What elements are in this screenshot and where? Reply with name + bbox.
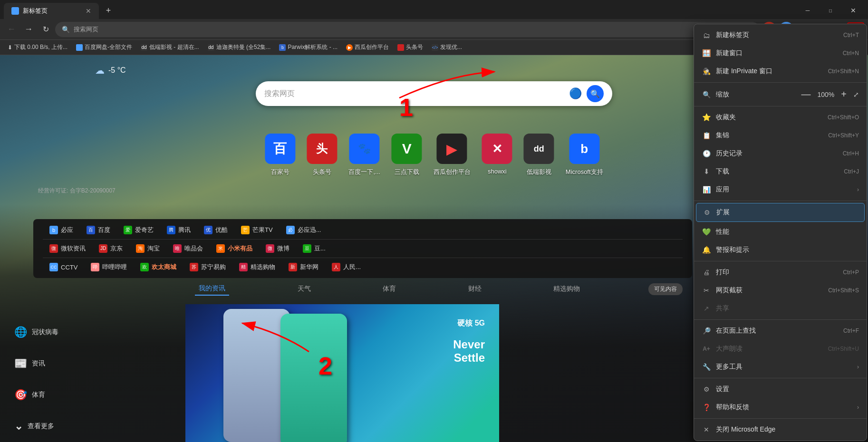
search-submit-icon[interactable]: 🔍 [587, 85, 604, 102]
quick-link-lowend[interactable]: dd 低端影视 [524, 134, 554, 176]
menu-item-moretools[interactable]: 🔧 更多工具 › [694, 358, 867, 376]
address-bar[interactable]: 🔍 搜索网页 ☆ [55, 22, 760, 37]
toutiaohao-label: 头条号 [313, 168, 331, 176]
link-baidu2[interactable]: 百 百度 [80, 223, 117, 237]
menu-item-closeedge[interactable]: ✕ 关闭 Microsoft Edge [694, 421, 867, 439]
link-xiaomi[interactable]: 米 小米有品 [210, 241, 259, 256]
link-douban[interactable]: 豆 豆... [296, 241, 332, 256]
fav-item-5[interactable]: ▶ 西瓜创作平台 [342, 42, 393, 52]
tab-sports[interactable]: 体育 [379, 283, 400, 295]
quick-link-baijiahao[interactable]: 百 百家号 [265, 134, 295, 176]
toutiao-icon [397, 44, 404, 51]
sidebar-more[interactable]: ⌄ 查看更多 [14, 420, 76, 432]
sidebar-sports[interactable]: 🎯 体育 [14, 389, 76, 401]
fav-item-0[interactable]: ⬇ 下载 0.00 B/s, 上传... [4, 42, 71, 52]
zoom-plus-button[interactable]: + [839, 89, 849, 100]
link-jd[interactable]: JD 京东 [92, 241, 129, 256]
tab-label: 新标签页 [23, 7, 48, 15]
tab-close-icon[interactable]: ✕ [86, 7, 91, 15]
tab-weather[interactable]: 天气 [294, 283, 315, 295]
menu-item-readaloud[interactable]: A+ 大声朗读 Ctrl+Shift+U [694, 340, 867, 358]
menu-item-alerts[interactable]: 🔔 警报和提示 [694, 241, 867, 259]
cloud-icon: ☁ [95, 65, 105, 76]
link-jingxuan[interactable]: 精 精选购物 [232, 260, 282, 274]
menu-item-share[interactable]: ↗ 共享 [694, 299, 867, 317]
fav-item-3[interactable]: dd 迪迦奥特曼 (全52集... [204, 42, 275, 52]
link-mango[interactable]: 芒 芒果TV [234, 223, 280, 237]
quick-link-sandian[interactable]: V 三点下载 [392, 134, 422, 176]
menu-item-print[interactable]: 🖨 打印 Ctrl+P [694, 263, 867, 281]
back-button[interactable]: ← [4, 22, 19, 37]
menu-item-inprivate[interactable]: 🕵 新建 InPrivate 窗口 Ctrl+Shift+N [694, 62, 867, 80]
baijiahao-icon: 百 [265, 134, 295, 164]
renmin-icon: 人 [332, 263, 340, 271]
history-label: 历史记录 [716, 149, 838, 158]
refresh-button[interactable]: ↻ [38, 22, 53, 37]
fav-item-4[interactable]: b Parwix解析系统 - ... [275, 42, 341, 52]
fav-item-1[interactable]: 百度网盘-全部文件 [72, 42, 136, 52]
link-iqiyi[interactable]: 爱 爱奇艺 [117, 223, 160, 237]
close-button[interactable]: ✕ [842, 3, 864, 18]
link-biyng[interactable]: b 必应 [43, 223, 80, 237]
link-taobao[interactable]: 淘 淘宝 [129, 241, 166, 256]
minimize-button[interactable]: ─ [797, 3, 819, 18]
findinpage-label: 在页面上查找 [716, 327, 839, 335]
tab-mynews[interactable]: 我的资讯 [195, 282, 229, 296]
link-tencent[interactable]: 腾 腾讯 [160, 223, 197, 237]
menu-item-newtab[interactable]: 🗂 新建标签页 Ctrl+T [694, 26, 867, 44]
share-icon: ↗ [702, 304, 711, 313]
links-row-2: 微 微软资讯 JD 京东 淘 淘宝 唯 唯品会 米 小米有品 [43, 240, 683, 258]
link-huanta[interactable]: 欢 欢太商城 [134, 260, 183, 274]
link-xinhua[interactable]: 新 新华网 [282, 260, 325, 274]
arrow-2 [233, 314, 328, 361]
sidebar-coronavirus[interactable]: 🌐 冠状病毒 [14, 326, 76, 338]
zoom-label: 缩放 [716, 90, 795, 99]
menu-item-help[interactable]: ❓ 帮助和反馈 › [694, 398, 867, 416]
bilibili-icon: 哔 [91, 263, 99, 271]
zoom-minus-button[interactable]: — [800, 89, 813, 100]
menu-item-settings[interactable]: ⚙ 设置 [694, 380, 867, 398]
quick-link-showxi[interactable]: ✕ showxi [482, 134, 512, 176]
menu-item-screenshot[interactable]: ✂ 网页截获 Ctrl+Shift+S [694, 281, 867, 299]
menu-item-newwindow[interactable]: 🪟 新建窗口 Ctrl+N [694, 44, 867, 62]
link-biying2[interactable]: 必 必应迅... [280, 223, 328, 237]
menu-item-favorites[interactable]: ⭐ 收藏夹 Ctrl+Shift+O [694, 108, 867, 126]
menu-item-apps[interactable]: 📊 应用 › [694, 181, 867, 199]
menu-item-performance[interactable]: 💚 性能 [694, 223, 867, 241]
tab-finance[interactable]: 财经 [464, 283, 485, 295]
new-tab-button[interactable]: + [101, 3, 116, 18]
search-icon: 🔍 [62, 26, 70, 33]
forward-button[interactable]: → [21, 22, 36, 37]
quick-link-microsoft[interactable]: b Microsoft支持 [566, 134, 603, 176]
moretools-icon: 🔧 [702, 362, 711, 372]
zoom-value: 100% [818, 91, 835, 98]
link-suning[interactable]: 苏 苏宁易购 [183, 260, 232, 274]
maximize-button[interactable]: □ [820, 3, 841, 18]
quick-link-toutiaohao[interactable]: 头 头条号 [307, 134, 337, 176]
fav-item-6[interactable]: 头条号 [394, 42, 427, 52]
sidebar-news[interactable]: 📰 资讯 [14, 357, 76, 370]
fav-item-7[interactable]: </> 发现优... [428, 42, 466, 52]
active-tab[interactable]: 新标签页 ✕ [4, 3, 99, 19]
extensions-label: 扩展 [716, 208, 858, 217]
settings-label: 设置 [716, 385, 859, 394]
zoom-expand-button[interactable]: ⤢ [853, 91, 859, 98]
menu-item-extensions[interactable]: ⚙ 扩展 [696, 203, 865, 222]
quick-link-baidu[interactable]: 🐾 百度一下,... [348, 134, 380, 176]
link-bilibili[interactable]: 哔 哔哩哔哩 [84, 260, 134, 274]
link-renmin[interactable]: 人 人民... [325, 260, 367, 274]
menu-item-collections[interactable]: 📋 集锦 Ctrl+Shift+Y [694, 126, 867, 144]
tab-shopping[interactable]: 精选购物 [550, 283, 584, 295]
visible-content-badge[interactable]: 可见内容 [648, 283, 683, 295]
menu-item-downloads[interactable]: ⬇ 下载 Ctrl+J [694, 163, 867, 181]
link-weibo[interactable]: 微 微博 [259, 241, 296, 256]
quick-link-xigua[interactable]: ▶ 西瓜创作平台 [434, 134, 471, 176]
link-microsoftnews[interactable]: 微 微软资讯 [43, 241, 92, 256]
link-cctv[interactable]: CC CCTV [43, 260, 84, 274]
link-youku[interactable]: 优 优酷 [197, 223, 234, 237]
zoom-controls: — 100% + ⤢ [800, 89, 859, 100]
menu-item-findinpage[interactable]: 🔎 在页面上查找 Ctrl+F [694, 322, 867, 340]
menu-item-history[interactable]: 🕐 历史记录 Ctrl+H [694, 144, 867, 163]
link-vip[interactable]: 唯 唯品会 [166, 241, 210, 256]
fav-item-2[interactable]: dd 低端影视 - 超清在... [137, 42, 203, 52]
